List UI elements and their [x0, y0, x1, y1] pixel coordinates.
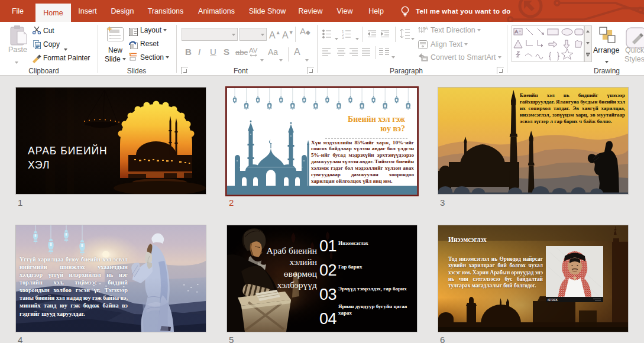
svg-text:A: A — [425, 25, 428, 31]
svg-text:iSTOCK: iSTOCK — [548, 299, 558, 302]
svg-text:3: 3 — [342, 36, 344, 39]
svg-text:A: A — [515, 29, 519, 34]
svg-text:AV: AV — [249, 47, 258, 54]
